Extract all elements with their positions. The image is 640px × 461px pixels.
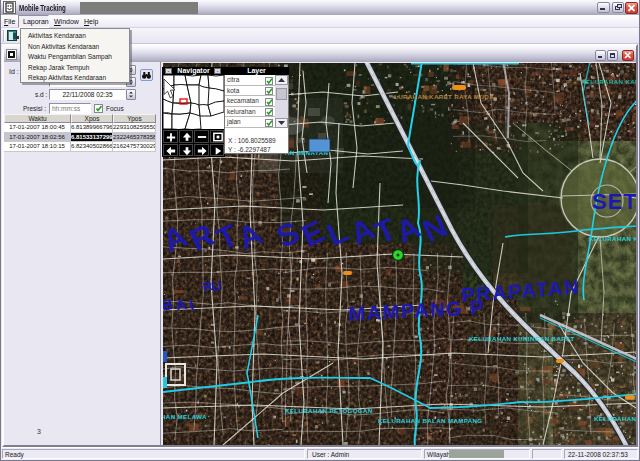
svg-text:LURAHAN KARET RAYA MUDA: LURAHAN KARET RAYA MUDA xyxy=(394,93,494,100)
svg-text:KELURAHAN: KELURAHAN xyxy=(594,415,636,422)
svg-text:MAMPANG P: MAMPANG P xyxy=(348,296,485,325)
svg-text:RU: RU xyxy=(201,278,223,295)
svg-text:KELURAHAN KAR: KELURAHAN KAR xyxy=(581,78,636,85)
svg-text:KELURAHAN BALAN MAMPANG: KELURAHAN BALAN MAMPANG xyxy=(378,417,483,424)
svg-text:HAN MELAWA: HAN MELAWA xyxy=(163,413,207,420)
svg-text:BAI: BAI xyxy=(163,294,198,314)
svg-text:KELURAHAN KUNINGAN BARAT: KELURAHAN KUNINGAN BARAT xyxy=(469,335,575,342)
svg-text:KARTA SELATAN: KARTA SELATAN xyxy=(163,206,457,261)
svg-text:SETI: SETI xyxy=(592,189,636,214)
svg-text:KELURAHAN K: KELURAHAN K xyxy=(589,235,636,242)
svg-text:KELURAHAN PETOGOGAN: KELURAHAN PETOGOGAN xyxy=(285,407,373,414)
